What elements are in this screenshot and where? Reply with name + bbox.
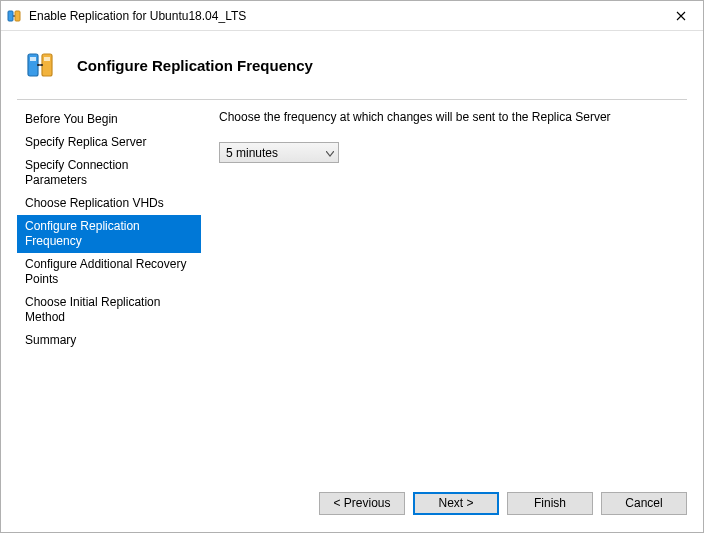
step-configure-additional-recovery-points[interactable]: Configure Additional Recovery Points [17,253,201,291]
svg-rect-4 [30,57,36,61]
close-button[interactable] [658,1,703,30]
wizard-header-icon [25,49,57,81]
finish-button[interactable]: Finish [507,492,593,515]
step-choose-replication-vhds[interactable]: Choose Replication VHDs [17,192,201,215]
previous-button[interactable]: < Previous [319,492,405,515]
wizard-content: Choose the frequency at which changes wi… [201,99,687,484]
svg-point-7 [41,64,43,66]
titlebar: Enable Replication for Ubuntu18.04_LTS [1,1,703,31]
window-title: Enable Replication for Ubuntu18.04_LTS [29,9,658,23]
page-title: Configure Replication Frequency [77,57,313,74]
svg-rect-1 [15,11,20,21]
wizard-body: Before You Begin Specify Replica Server … [1,99,703,484]
step-configure-replication-frequency[interactable]: Configure Replication Frequency [17,215,201,253]
frequency-value: 5 minutes [226,146,278,160]
step-choose-initial-replication-method[interactable]: Choose Initial Replication Method [17,291,201,329]
wizard-header: Configure Replication Frequency [1,31,703,99]
step-specify-replica-server[interactable]: Specify Replica Server [17,131,201,154]
wizard-window: Enable Replication for Ubuntu18.04_LTS C… [0,0,704,533]
step-specify-connection-parameters[interactable]: Specify Connection Parameters [17,154,201,192]
wizard-steps-sidebar: Before You Begin Specify Replica Server … [17,99,201,484]
svg-rect-5 [44,57,50,61]
chevron-down-icon [326,146,334,160]
svg-point-6 [37,64,39,66]
step-summary[interactable]: Summary [17,329,201,352]
instruction-text: Choose the frequency at which changes wi… [219,110,683,124]
cancel-button[interactable]: Cancel [601,492,687,515]
step-before-you-begin[interactable]: Before You Begin [17,108,201,131]
close-icon [676,11,686,21]
wizard-footer: < Previous Next > Finish Cancel [1,484,703,532]
frequency-dropdown[interactable]: 5 minutes [219,142,339,163]
next-button[interactable]: Next > [413,492,499,515]
svg-rect-0 [8,11,13,21]
app-icon [7,8,23,24]
